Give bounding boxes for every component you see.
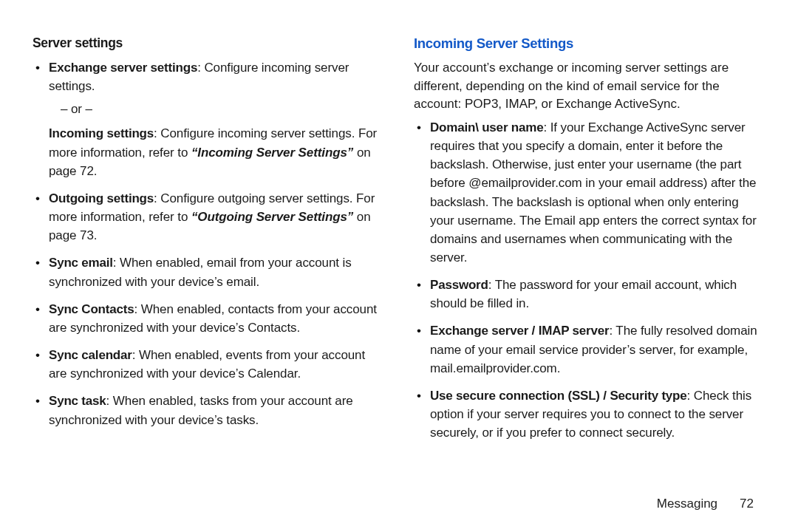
bullet-text: : If your Exchange ActiveSync server req…: [430, 120, 757, 265]
bullet-term: Outgoing settings: [49, 191, 154, 205]
bullet-term: Use secure connection (SSL) / Security t…: [430, 389, 687, 403]
or-divider: – or –: [61, 100, 384, 118]
list-item: Sync email: When enabled, email from you…: [46, 253, 384, 290]
list-item: Exchange server settings: Configure inco…: [46, 58, 384, 180]
bullet-term: Exchange server settings: [49, 61, 197, 75]
bullet-term: Sync email: [49, 256, 113, 270]
incoming-server-settings-heading: Incoming Server Settings: [414, 35, 765, 52]
bullet-term: Sync Contacts: [49, 302, 134, 316]
right-column: Incoming Server Settings Your account’s …: [414, 30, 765, 510]
cross-ref: “Incoming Server Settings”: [191, 146, 353, 160]
list-item: Sync calendar: When enabled, events from…: [46, 346, 384, 383]
page-footer: Messaging72: [657, 497, 754, 511]
bullet-term: Sync calendar: [49, 348, 132, 362]
list-item: Sync task: When enabled, tasks from your…: [46, 392, 384, 429]
server-settings-list: Exchange server settings: Configure inco…: [33, 58, 384, 429]
list-item: Outgoing settings: Configure outgoing se…: [46, 189, 384, 245]
cross-ref: “Outgoing Server Settings”: [191, 210, 353, 224]
left-column: Server settings Exchange server settings…: [33, 30, 384, 510]
list-item: Domain\ user name: If your Exchange Acti…: [427, 118, 765, 267]
list-item: Sync Contacts: When enabled, contacts fr…: [46, 300, 384, 337]
incoming-settings-list: Domain\ user name: If your Exchange Acti…: [414, 118, 765, 443]
manual-page: Server settings Exchange server settings…: [0, 0, 798, 532]
footer-page-number: 72: [740, 497, 754, 511]
server-settings-heading: Server settings: [33, 35, 384, 51]
bullet-term: Sync task: [49, 394, 106, 408]
list-item: Password: The password for your email ac…: [427, 276, 765, 313]
list-item: Exchange server / IMAP server: The fully…: [427, 321, 765, 377]
intro-paragraph: Your account’s exchange or incoming serv…: [414, 59, 765, 114]
footer-section: Messaging: [657, 497, 717, 511]
bullet-term: Domain\ user name: [430, 120, 543, 134]
bullet-term: Exchange server / IMAP server: [430, 324, 609, 338]
bullet-term: Password: [430, 278, 488, 292]
bullet-term: Incoming settings: [49, 126, 154, 140]
list-item: Use secure connection (SSL) / Security t…: [427, 386, 765, 442]
